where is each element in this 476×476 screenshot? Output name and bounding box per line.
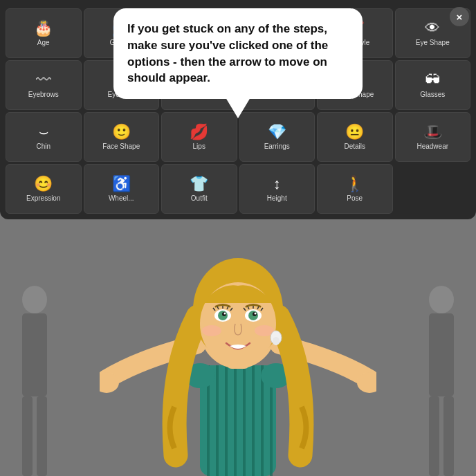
menu-item-height[interactable]: ↕Height: [239, 164, 315, 214]
age-label: Age: [37, 39, 50, 47]
details-label: Details: [344, 143, 365, 151]
bg-figure-right: [414, 282, 469, 476]
close-button[interactable]: ×: [450, 7, 469, 26]
menu-item-glasses[interactable]: 🕶Glasses: [395, 60, 471, 110]
menu-item-lips[interactable]: 💋Lips: [161, 112, 237, 162]
headwear-label: Headwear: [416, 143, 448, 151]
menu-item-outfit[interactable]: 👕Outfit: [161, 164, 237, 214]
chin-label: Chin: [36, 143, 51, 151]
menu-item-expression[interactable]: 😊Expression: [6, 164, 82, 214]
glasses-icon: 🕶: [425, 73, 440, 88]
glasses-label: Glasses: [420, 91, 445, 99]
outfit-icon: 👕: [190, 176, 208, 192]
eye_shape-label: Eye Shape: [416, 39, 450, 47]
height-label: Height: [267, 194, 287, 203]
lips-label: Lips: [193, 143, 205, 151]
speech-bubble: If you get stuck on any of the steps, ma…: [113, 8, 363, 99]
svg-point-33: [202, 325, 221, 336]
earrings-icon: 💎: [268, 125, 286, 140]
wheelchair-icon: ♿: [112, 176, 131, 192]
lips-icon: 💋: [190, 125, 208, 140]
face_shape-label: Face Shape: [102, 143, 140, 151]
avatar-container: [100, 234, 376, 476]
svg-rect-3: [37, 396, 47, 476]
outfit-label: Outfit: [191, 194, 208, 203]
age-icon: 🎂: [34, 21, 53, 36]
menu-item-earrings[interactable]: 💎Earrings: [239, 112, 315, 162]
details-icon: 😐: [345, 125, 364, 140]
menu-item-pose[interactable]: 🚶Pose: [317, 164, 393, 214]
svg-point-31: [224, 313, 226, 315]
svg-rect-16: [252, 365, 255, 476]
menu-item-eyebrows[interactable]: 〰Eyebrows: [6, 60, 82, 110]
headwear-icon: 🎩: [423, 125, 442, 140]
svg-rect-15: [243, 365, 246, 476]
bg-figure-left: [7, 282, 62, 476]
svg-rect-13: [225, 365, 228, 476]
svg-point-4: [429, 286, 454, 313]
menu-item-age[interactable]: 🎂Age: [6, 8, 82, 58]
svg-rect-7: [443, 396, 454, 476]
svg-rect-12: [216, 365, 219, 476]
height-icon: ↕: [273, 176, 281, 192]
svg-rect-1: [22, 313, 47, 396]
eyebrows-label: Eyebrows: [28, 91, 59, 99]
pose-label: Pose: [347, 194, 363, 203]
menu-item-chin[interactable]: ⌣Chin: [6, 112, 82, 162]
eyebrows-icon: 〰: [36, 73, 51, 88]
svg-point-32: [255, 313, 257, 315]
pose-icon: 🚶: [345, 176, 364, 192]
expression-label: Expression: [26, 194, 60, 203]
chin-icon: ⌣: [39, 125, 48, 140]
menu-item-headwear[interactable]: 🎩Headwear: [395, 112, 471, 162]
svg-rect-6: [429, 396, 439, 476]
eye_shape-icon: 👁: [425, 21, 440, 36]
expression-icon: 😊: [34, 176, 53, 192]
svg-point-36: [273, 337, 280, 345]
avatar: [100, 234, 376, 476]
svg-rect-14: [234, 365, 237, 476]
earrings-label: Earrings: [264, 143, 290, 151]
svg-rect-2: [22, 396, 33, 476]
menu-item-face_shape[interactable]: 🙂Face Shape: [84, 112, 160, 162]
wheelchair-label: Wheel...: [109, 194, 134, 203]
svg-point-0: [22, 286, 47, 313]
menu-item-wheelchair[interactable]: ♿Wheel...: [84, 164, 160, 214]
face_shape-icon: 🙂: [112, 125, 131, 140]
svg-rect-5: [429, 313, 454, 396]
menu-item-details[interactable]: 😐Details: [317, 112, 393, 162]
